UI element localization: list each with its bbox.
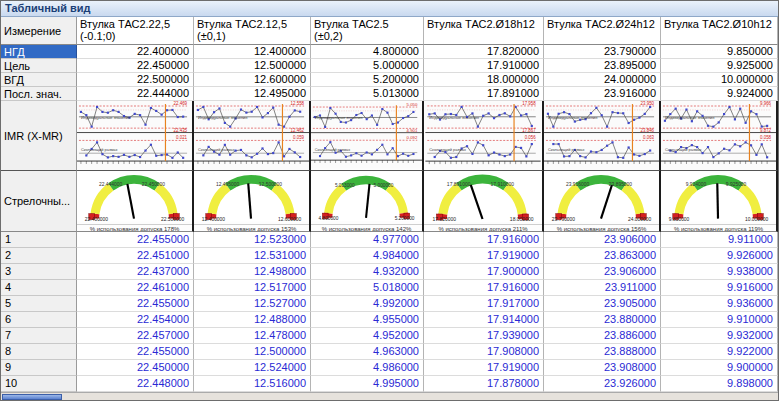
sample-row-number-4[interactable]: 4	[1, 280, 77, 296]
sample-value-6-col5[interactable]: 23.880000	[544, 312, 661, 328]
sample-value-2-col6[interactable]: 9.926000	[661, 248, 778, 264]
row-last-value-5[interactable]: 23.916000	[544, 87, 661, 101]
measure-header-cell[interactable]: Измерение	[1, 17, 77, 45]
sample-value-9-col6[interactable]: 9.900000	[661, 360, 778, 376]
row-usl-value-4[interactable]: 18.000000	[424, 73, 544, 87]
sample-value-10-col5[interactable]: 23.926000	[544, 376, 661, 392]
sample-value-1-col5[interactable]: 23.906000	[544, 232, 661, 248]
sample-value-5-col6[interactable]: 9.936000	[661, 296, 778, 312]
row-target-value-3[interactable]: 5.000000	[311, 59, 424, 73]
sample-value-7-col4[interactable]: 17.939000	[424, 328, 544, 344]
sample-value-4-col1[interactable]: 22.461000	[77, 280, 194, 296]
sample-value-10-col1[interactable]: 22.448000	[77, 376, 194, 392]
row-lsl-value-2[interactable]: 12.400000	[194, 45, 311, 59]
sample-value-5-col3[interactable]: 4.992000	[311, 296, 424, 312]
row-usl-value-6[interactable]: 10.000000	[661, 73, 778, 87]
sample-row-number-1[interactable]: 1	[1, 232, 77, 248]
row-usl-label[interactable]: ВГД	[1, 73, 77, 87]
row-lsl-value-1[interactable]: 22.400000	[77, 45, 194, 59]
sample-value-9-col5[interactable]: 23.908000	[544, 360, 661, 376]
row-target-label[interactable]: Цель	[1, 59, 77, 73]
sample-value-4-col4[interactable]: 17.916000	[424, 280, 544, 296]
sample-value-1-col4[interactable]: 17.916000	[424, 232, 544, 248]
sample-row-number-5[interactable]: 5	[1, 296, 77, 312]
sample-value-5-col5[interactable]: 23.905000	[544, 296, 661, 312]
row-last-value-6[interactable]: 9.924000	[661, 87, 778, 101]
sample-value-5-col4[interactable]: 17.917000	[424, 296, 544, 312]
sample-value-5-col2[interactable]: 12.527000	[194, 296, 311, 312]
sample-value-7-col5[interactable]: 23.886000	[544, 328, 661, 344]
row-target-value-5[interactable]: 23.895000	[544, 59, 661, 73]
sample-value-1-col6[interactable]: 9.911000	[661, 232, 778, 248]
sample-value-6-col1[interactable]: 22.454000	[77, 312, 194, 328]
sample-value-3-col6[interactable]: 9.938000	[661, 264, 778, 280]
sample-value-2-col4[interactable]: 17.919000	[424, 248, 544, 264]
sample-value-8-col2[interactable]: 12.500000	[194, 344, 311, 360]
sample-value-7-col2[interactable]: 12.478000	[194, 328, 311, 344]
sample-value-3-col4[interactable]: 17.900000	[424, 264, 544, 280]
column-header-5[interactable]: Втулка ТАС2.Ø24h12	[544, 17, 661, 45]
row-lsl-value-5[interactable]: 23.790000	[544, 45, 661, 59]
sample-value-8-col3[interactable]: 4.963000	[311, 344, 424, 360]
row-target-value-4[interactable]: 17.910000	[424, 59, 544, 73]
sample-row-number-2[interactable]: 2	[1, 248, 77, 264]
imr-row-label[interactable]: IMR (X-MR)	[1, 101, 77, 171]
sample-value-6-col2[interactable]: 12.488000	[194, 312, 311, 328]
sample-value-10-col3[interactable]: 4.995000	[311, 376, 424, 392]
sample-row-number-8[interactable]: 8	[1, 344, 77, 360]
sample-value-7-col3[interactable]: 4.952000	[311, 328, 424, 344]
sample-value-3-col5[interactable]: 23.906000	[544, 264, 661, 280]
row-target-value-2[interactable]: 12.500000	[194, 59, 311, 73]
column-header-2[interactable]: Втулка ТАС2.12,5 (±0,1)	[194, 17, 311, 45]
sample-value-9-col4[interactable]: 17.919000	[424, 360, 544, 376]
row-usl-value-1[interactable]: 22.500000	[77, 73, 194, 87]
sample-row-number-10[interactable]: 10	[1, 376, 77, 392]
sample-value-8-col5[interactable]: 23.888000	[544, 344, 661, 360]
sample-value-6-col6[interactable]: 9.910000	[661, 312, 778, 328]
sample-value-2-col2[interactable]: 12.531000	[194, 248, 311, 264]
sample-value-8-col6[interactable]: 9.922000	[661, 344, 778, 360]
sample-value-3-col3[interactable]: 4.932000	[311, 264, 424, 280]
sample-value-10-col6[interactable]: 9.898000	[661, 376, 778, 392]
gauge-row-label[interactable]: Стрелочны...	[1, 171, 77, 232]
row-last-value-4[interactable]: 17.891000	[424, 87, 544, 101]
sample-value-3-col2[interactable]: 12.498000	[194, 264, 311, 280]
sample-value-7-col1[interactable]: 22.457000	[77, 328, 194, 344]
sample-value-9-col1[interactable]: 22.450000	[77, 360, 194, 376]
row-lsl-value-3[interactable]: 4.800000	[311, 45, 424, 59]
column-header-3[interactable]: Втулка ТАС2.5 (±0,2)	[311, 17, 424, 45]
sample-value-5-col1[interactable]: 22.455000	[77, 296, 194, 312]
sample-value-1-col2[interactable]: 12.523000	[194, 232, 311, 248]
sample-row-number-6[interactable]: 6	[1, 312, 77, 328]
sample-value-1-col3[interactable]: 4.977000	[311, 232, 424, 248]
row-lsl-value-4[interactable]: 17.820000	[424, 45, 544, 59]
row-last-value-2[interactable]: 12.495000	[194, 87, 311, 101]
sample-row-number-7[interactable]: 7	[1, 328, 77, 344]
sample-row-number-9[interactable]: 9	[1, 360, 77, 376]
sample-value-3-col1[interactable]: 22.437000	[77, 264, 194, 280]
column-header-6[interactable]: Втулка ТАС2.Ø10h12	[661, 17, 778, 45]
sample-value-1-col1[interactable]: 22.455000	[77, 232, 194, 248]
sample-value-10-col4[interactable]: 17.878000	[424, 376, 544, 392]
row-usl-value-3[interactable]: 5.200000	[311, 73, 424, 87]
row-usl-value-5[interactable]: 24.000000	[544, 73, 661, 87]
row-lsl-value-6[interactable]: 9.850000	[661, 45, 778, 59]
sample-row-number-3[interactable]: 3	[1, 264, 77, 280]
sample-value-9-col2[interactable]: 12.524000	[194, 360, 311, 376]
row-usl-value-2[interactable]: 12.600000	[194, 73, 311, 87]
row-last-value-3[interactable]: 5.013000	[311, 87, 424, 101]
horizontal-scrollbar[interactable]	[1, 392, 778, 400]
sample-value-4-col5[interactable]: 23.911000	[544, 280, 661, 296]
scrollbar-thumb[interactable]	[2, 394, 62, 400]
sample-value-10-col2[interactable]: 12.516000	[194, 376, 311, 392]
sample-value-9-col3[interactable]: 4.986000	[311, 360, 424, 376]
column-header-1[interactable]: Втулка ТАС2.22,5 (-0.1;0)	[77, 17, 194, 45]
sample-value-6-col3[interactable]: 4.955000	[311, 312, 424, 328]
sample-value-4-col2[interactable]: 12.517000	[194, 280, 311, 296]
row-last-value-1[interactable]: 22.444000	[77, 87, 194, 101]
row-target-value-6[interactable]: 9.925000	[661, 59, 778, 73]
sample-value-2-col3[interactable]: 4.984000	[311, 248, 424, 264]
sample-value-2-col5[interactable]: 23.863000	[544, 248, 661, 264]
row-target-value-1[interactable]: 22.450000	[77, 59, 194, 73]
sample-value-7-col6[interactable]: 9.932000	[661, 328, 778, 344]
